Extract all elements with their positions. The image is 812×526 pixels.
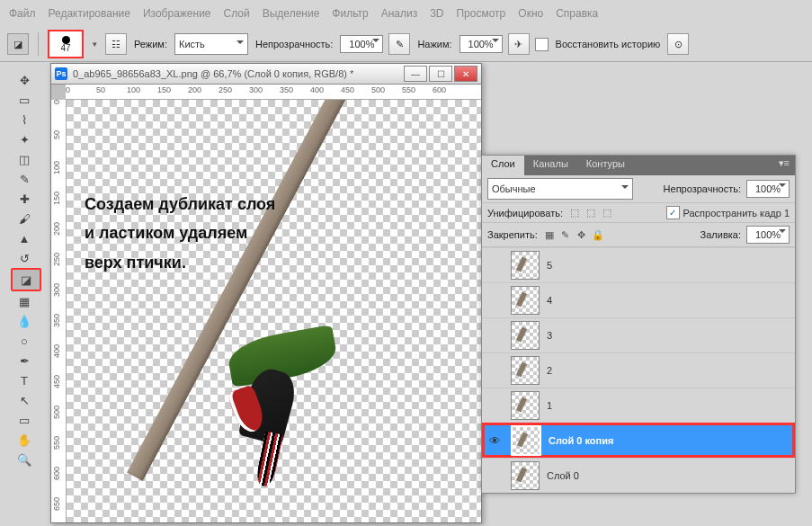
opacity-label: Непрозрачность: [255, 39, 333, 49]
layer-row[interactable]: 👁Слой 0 копия [482, 423, 795, 458]
ruler-horizontal[interactable]: 050100150200250300350400450500550600 [66, 85, 481, 100]
canvas[interactable]: Создаем дубликат слоя и ластиком удаляем… [67, 100, 481, 522]
layer-row[interactable]: Слой 0 [482, 458, 795, 493]
layer-thumbnail[interactable] [511, 356, 540, 385]
pen-tool-icon[interactable]: ✒ [11, 351, 38, 370]
document-title: 0_ab965_98656a83_XL.png @ 66,7% (Слой 0 … [73, 68, 353, 79]
flow-label: Нажим: [417, 39, 451, 49]
stamp-tool-icon[interactable]: ▲ [11, 228, 38, 248]
document-titlebar[interactable]: Ps 0_ab965_98656a83_XL.png @ 66,7% (Слой… [51, 64, 481, 85]
history-label: Восстановить историю [556, 39, 661, 49]
options-bar: ◪ 47 ▾ ☷ Режим: Кисть Непрозрачность: 10… [0, 27, 812, 62]
menu-filter[interactable]: Фильтр [332, 7, 368, 20]
marquee-tool-icon[interactable]: ▭ [11, 90, 38, 110]
mode-label: Режим: [134, 39, 167, 49]
menu-select[interactable]: Выделение [263, 7, 320, 20]
layers-panel: Слои Каналы Контуры ▾≡ Обычные Непрозрач… [481, 155, 796, 494]
path-tool-icon[interactable]: ↖ [11, 390, 38, 410]
shape-tool-icon[interactable]: ▭ [11, 410, 38, 430]
layer-thumbnail[interactable] [511, 286, 540, 315]
menu-file[interactable]: Файл [9, 7, 36, 20]
document-window: Ps 0_ab965_98656a83_XL.png @ 66,7% (Слой… [50, 63, 482, 523]
pressure-size-icon[interactable]: ⊙ [667, 33, 689, 55]
menu-view[interactable]: Просмотр [456, 7, 505, 20]
heal-tool-icon[interactable]: ✚ [11, 189, 38, 209]
layer-thumbnail[interactable] [511, 391, 540, 420]
layer-name[interactable]: 2 [547, 365, 552, 376]
layer-thumbnail[interactable] [511, 425, 541, 456]
layer-opacity-field[interactable]: 100% [746, 180, 790, 198]
history-brush-tool-icon[interactable]: ↺ [11, 248, 38, 268]
minimize-button[interactable]: — [404, 66, 427, 82]
tab-layers[interactable]: Слои [482, 156, 524, 175]
layer-thumbnail[interactable] [511, 461, 540, 490]
layer-row[interactable]: 5 [482, 247, 795, 282]
layer-name[interactable]: Слой 0 копия [549, 435, 613, 446]
layer-name[interactable]: Слой 0 [547, 470, 579, 481]
unify-label: Унифицировать: [487, 208, 563, 218]
layers-list: 54321👁Слой 0 копияСлой 0 [482, 247, 795, 493]
move-tool-icon[interactable]: ✥ [11, 70, 38, 90]
eraser-tool-icon[interactable]: ◪ [11, 268, 41, 291]
fill-label: Заливка: [700, 229, 741, 240]
menu-window[interactable]: Окно [518, 7, 543, 20]
fill-field[interactable]: 100% [746, 226, 790, 244]
brush-size-label: 47 [60, 44, 70, 53]
menu-3d[interactable]: 3D [430, 7, 443, 20]
opacity-field[interactable]: 100% [340, 35, 383, 53]
bird-graphic [228, 361, 309, 486]
menu-edit[interactable]: Редактирование [49, 7, 130, 20]
crop-tool-icon[interactable]: ◫ [11, 149, 38, 169]
eyedropper-tool-icon[interactable]: ✎ [11, 169, 38, 189]
layer-thumbnail[interactable] [511, 251, 540, 280]
menu-layer[interactable]: Слой [224, 7, 250, 20]
layer-name[interactable]: 1 [547, 400, 552, 411]
layer-row[interactable]: 2 [482, 352, 795, 388]
brush-panel-toggle-icon[interactable]: ☷ [105, 33, 127, 55]
propagate-label: Распространить кадр 1 [683, 208, 790, 218]
brush-dropdown-chevron-icon[interactable]: ▾ [89, 39, 100, 49]
wand-tool-icon[interactable]: ✦ [11, 129, 38, 149]
layer-name[interactable]: 3 [547, 330, 552, 341]
history-checkbox[interactable] [535, 38, 549, 51]
maximize-button[interactable]: ☐ [429, 66, 452, 82]
brush-tool-icon[interactable]: 🖌 [11, 209, 38, 228]
layer-name[interactable]: 4 [547, 295, 552, 306]
pressure-opacity-icon[interactable]: ✎ [388, 33, 410, 55]
blur-tool-icon[interactable]: 💧 [11, 311, 38, 331]
lock-icons[interactable]: ▦✎✥🔒 [543, 228, 604, 241]
close-button[interactable]: ✕ [454, 66, 477, 82]
ps-icon: Ps [55, 67, 67, 80]
unify-icons[interactable]: ⬚⬚⬚ [568, 207, 613, 219]
layer-row[interactable]: 1 [482, 388, 795, 423]
current-tool-icon[interactable]: ◪ [7, 33, 29, 55]
gradient-tool-icon[interactable]: ▦ [11, 291, 38, 311]
tab-channels[interactable]: Каналы [524, 156, 577, 175]
lasso-tool-icon[interactable]: ⌇ [11, 110, 38, 129]
airbrush-icon[interactable]: ✈ [508, 33, 530, 55]
layer-thumbnail[interactable] [511, 321, 540, 350]
annotation-text: Создаем дубликат слоя и ластиком удаляем… [85, 190, 275, 277]
ruler-vertical[interactable]: 050100150200250300350400450500550600650 [51, 100, 67, 522]
dodge-tool-icon[interactable]: ○ [11, 331, 38, 351]
zoom-tool-icon[interactable]: 🔍 [11, 450, 38, 469]
flow-field[interactable]: 100% [460, 35, 503, 53]
visibility-eye-icon[interactable]: 👁 [486, 434, 504, 448]
tab-paths[interactable]: Контуры [577, 156, 634, 175]
menubar: Файл Редактирование Изображение Слой Выд… [0, 0, 812, 27]
layer-row[interactable]: 3 [482, 317, 795, 352]
propagate-checkbox[interactable]: ✓ [666, 206, 680, 219]
blend-mode-select[interactable]: Обычные [487, 178, 633, 200]
menu-help[interactable]: Справка [556, 7, 598, 20]
layer-name[interactable]: 5 [547, 260, 552, 271]
menu-analysis[interactable]: Анализ [381, 7, 418, 20]
lock-label: Закрепить: [487, 229, 538, 240]
mode-select[interactable]: Кисть [174, 33, 248, 55]
panel-tabs: Слои Каналы Контуры ▾≡ [482, 156, 795, 175]
hand-tool-icon[interactable]: ✋ [11, 430, 38, 450]
type-tool-icon[interactable]: T [11, 370, 38, 390]
layer-row[interactable]: 4 [482, 282, 795, 317]
menu-image[interactable]: Изображение [143, 7, 211, 20]
brush-preset-picker[interactable]: 47 [48, 30, 84, 58]
panel-menu-icon[interactable]: ▾≡ [773, 156, 795, 175]
